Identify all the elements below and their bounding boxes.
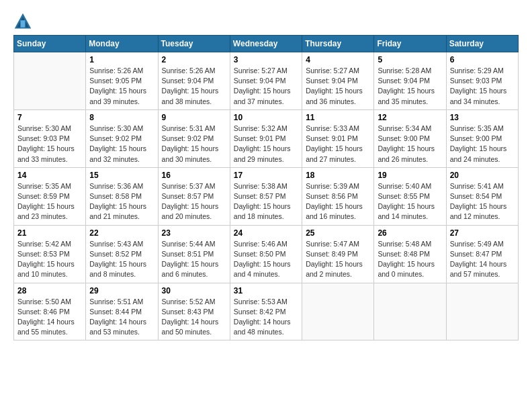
calendar-cell: 16Sunrise: 5:37 AMSunset: 8:57 PMDayligh…	[158, 167, 230, 225]
calendar-cell: 7Sunrise: 5:30 AMSunset: 9:03 PMDaylight…	[14, 109, 86, 167]
calendar-cell: 19Sunrise: 5:40 AMSunset: 8:55 PMDayligh…	[374, 167, 446, 225]
day-number: 6	[450, 55, 515, 64]
calendar-week-2: 7Sunrise: 5:30 AMSunset: 9:03 PMDaylight…	[14, 109, 519, 167]
day-number: 3	[234, 55, 298, 64]
calendar-week-4: 21Sunrise: 5:42 AMSunset: 8:53 PMDayligh…	[14, 225, 519, 283]
weekday-header-wednesday: Wednesday	[230, 36, 302, 52]
day-number: 5	[378, 55, 442, 64]
day-info: Sunrise: 5:31 AMSunset: 9:02 PMDaylight:…	[162, 124, 226, 165]
calendar-cell: 6Sunrise: 5:29 AMSunset: 9:03 PMDaylight…	[446, 52, 518, 110]
day-info: Sunrise: 5:37 AMSunset: 8:57 PMDaylight:…	[162, 181, 226, 222]
day-info: Sunrise: 5:49 AMSunset: 8:47 PMDaylight:…	[450, 239, 515, 280]
day-info: Sunrise: 5:26 AMSunset: 9:05 PMDaylight:…	[89, 66, 154, 107]
weekday-header-saturday: Saturday	[446, 36, 518, 52]
calendar-cell: 26Sunrise: 5:48 AMSunset: 8:48 PMDayligh…	[374, 225, 446, 283]
day-number: 26	[378, 228, 442, 238]
calendar-cell: 13Sunrise: 5:35 AMSunset: 9:00 PMDayligh…	[446, 109, 518, 167]
day-info: Sunrise: 5:43 AMSunset: 8:52 PMDaylight:…	[89, 239, 154, 280]
day-info: Sunrise: 5:28 AMSunset: 9:04 PMDaylight:…	[378, 66, 442, 107]
day-number: 21	[17, 228, 82, 238]
day-info: Sunrise: 5:40 AMSunset: 8:55 PMDaylight:…	[378, 181, 442, 222]
day-number: 28	[17, 286, 82, 295]
calendar-cell	[14, 52, 86, 110]
logo-icon	[13, 12, 32, 31]
day-number: 7	[17, 113, 82, 122]
day-info: Sunrise: 5:33 AMSunset: 9:01 PMDaylight:…	[306, 124, 370, 165]
calendar-cell: 29Sunrise: 5:51 AMSunset: 8:44 PMDayligh…	[86, 283, 158, 340]
calendar-cell: 20Sunrise: 5:41 AMSunset: 8:54 PMDayligh…	[446, 167, 518, 225]
calendar-cell: 11Sunrise: 5:33 AMSunset: 9:01 PMDayligh…	[302, 109, 374, 167]
day-number: 12	[378, 113, 442, 122]
svg-rect-2	[21, 20, 26, 28]
calendar-cell	[446, 283, 518, 340]
day-number: 17	[234, 171, 298, 180]
day-number: 31	[234, 286, 298, 295]
day-info: Sunrise: 5:30 AMSunset: 9:03 PMDaylight:…	[17, 124, 82, 165]
day-number: 24	[234, 228, 298, 238]
day-number: 13	[450, 113, 515, 122]
calendar-cell: 24Sunrise: 5:46 AMSunset: 8:50 PMDayligh…	[230, 225, 302, 283]
calendar-cell: 2Sunrise: 5:26 AMSunset: 9:04 PMDaylight…	[158, 52, 230, 110]
logo	[13, 12, 35, 31]
day-number: 20	[450, 171, 515, 180]
calendar-cell: 5Sunrise: 5:28 AMSunset: 9:04 PMDaylight…	[374, 52, 446, 110]
calendar-cell: 1Sunrise: 5:26 AMSunset: 9:05 PMDaylight…	[86, 52, 158, 110]
calendar-cell: 18Sunrise: 5:39 AMSunset: 8:56 PMDayligh…	[302, 167, 374, 225]
calendar-cell: 27Sunrise: 5:49 AMSunset: 8:47 PMDayligh…	[446, 225, 518, 283]
day-number: 27	[450, 228, 515, 238]
header	[13, 12, 519, 31]
calendar-cell: 17Sunrise: 5:38 AMSunset: 8:57 PMDayligh…	[230, 167, 302, 225]
day-info: Sunrise: 5:50 AMSunset: 8:46 PMDaylight:…	[17, 297, 82, 338]
day-info: Sunrise: 5:26 AMSunset: 9:04 PMDaylight:…	[162, 66, 226, 107]
weekday-header-monday: Monday	[86, 36, 158, 52]
day-info: Sunrise: 5:27 AMSunset: 9:04 PMDaylight:…	[306, 66, 370, 107]
day-info: Sunrise: 5:34 AMSunset: 9:00 PMDaylight:…	[378, 124, 442, 165]
page: SundayMondayTuesdayWednesdayThursdayFrid…	[0, 0, 532, 347]
calendar-cell	[302, 283, 374, 340]
weekday-header-friday: Friday	[374, 36, 446, 52]
day-info: Sunrise: 5:48 AMSunset: 8:48 PMDaylight:…	[378, 239, 442, 280]
day-info: Sunrise: 5:36 AMSunset: 8:58 PMDaylight:…	[89, 181, 154, 222]
day-number: 29	[89, 286, 154, 295]
day-info: Sunrise: 5:44 AMSunset: 8:51 PMDaylight:…	[162, 239, 226, 280]
calendar-cell: 31Sunrise: 5:53 AMSunset: 8:42 PMDayligh…	[230, 283, 302, 340]
day-number: 18	[306, 171, 370, 180]
calendar-cell: 30Sunrise: 5:52 AMSunset: 8:43 PMDayligh…	[158, 283, 230, 340]
calendar-week-3: 14Sunrise: 5:35 AMSunset: 8:59 PMDayligh…	[14, 167, 519, 225]
weekday-header-tuesday: Tuesday	[158, 36, 230, 52]
weekday-header-sunday: Sunday	[14, 36, 86, 52]
day-info: Sunrise: 5:51 AMSunset: 8:44 PMDaylight:…	[89, 297, 154, 338]
day-number: 8	[89, 113, 154, 122]
day-number: 30	[162, 286, 226, 295]
day-info: Sunrise: 5:52 AMSunset: 8:43 PMDaylight:…	[162, 297, 226, 338]
day-info: Sunrise: 5:41 AMSunset: 8:54 PMDaylight:…	[450, 181, 515, 222]
calendar-cell: 12Sunrise: 5:34 AMSunset: 9:00 PMDayligh…	[374, 109, 446, 167]
day-number: 10	[234, 113, 298, 122]
calendar-cell: 22Sunrise: 5:43 AMSunset: 8:52 PMDayligh…	[86, 225, 158, 283]
calendar-cell: 10Sunrise: 5:32 AMSunset: 9:01 PMDayligh…	[230, 109, 302, 167]
calendar-header-row: SundayMondayTuesdayWednesdayThursdayFrid…	[14, 36, 519, 52]
day-number: 1	[89, 55, 154, 64]
day-number: 4	[306, 55, 370, 64]
day-info: Sunrise: 5:42 AMSunset: 8:53 PMDaylight:…	[17, 239, 82, 280]
calendar-table: SundayMondayTuesdayWednesdayThursdayFrid…	[13, 35, 519, 340]
day-number: 22	[89, 228, 154, 238]
calendar-cell: 8Sunrise: 5:30 AMSunset: 9:02 PMDaylight…	[86, 109, 158, 167]
day-number: 19	[378, 171, 442, 180]
day-info: Sunrise: 5:35 AMSunset: 9:00 PMDaylight:…	[450, 124, 515, 165]
day-info: Sunrise: 5:30 AMSunset: 9:02 PMDaylight:…	[89, 124, 154, 165]
calendar-cell	[374, 283, 446, 340]
day-info: Sunrise: 5:46 AMSunset: 8:50 PMDaylight:…	[234, 239, 298, 280]
calendar-cell: 28Sunrise: 5:50 AMSunset: 8:46 PMDayligh…	[14, 283, 86, 340]
calendar-cell: 25Sunrise: 5:47 AMSunset: 8:49 PMDayligh…	[302, 225, 374, 283]
calendar-cell: 23Sunrise: 5:44 AMSunset: 8:51 PMDayligh…	[158, 225, 230, 283]
day-number: 2	[162, 55, 226, 64]
day-number: 16	[162, 171, 226, 180]
day-info: Sunrise: 5:39 AMSunset: 8:56 PMDaylight:…	[306, 181, 370, 222]
day-info: Sunrise: 5:53 AMSunset: 8:42 PMDaylight:…	[234, 297, 298, 338]
day-number: 11	[306, 113, 370, 122]
day-number: 14	[17, 171, 82, 180]
day-number: 9	[162, 113, 226, 122]
calendar-cell: 15Sunrise: 5:36 AMSunset: 8:58 PMDayligh…	[86, 167, 158, 225]
calendar-cell: 4Sunrise: 5:27 AMSunset: 9:04 PMDaylight…	[302, 52, 374, 110]
